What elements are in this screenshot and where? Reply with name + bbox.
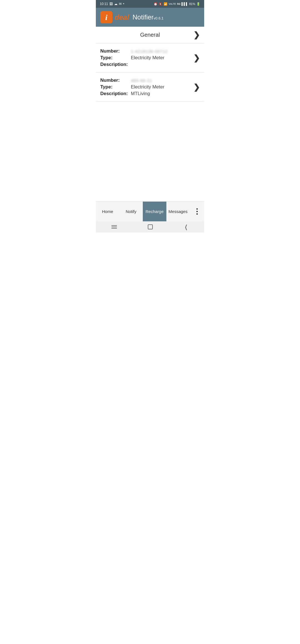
dot-indicator: • — [123, 2, 124, 6]
volte-label: VoLTE — [169, 3, 176, 5]
device-list-item-0[interactable]: Number: 1-4219136-00712 Type: Electricit… — [96, 43, 204, 73]
nav-item-recharge[interactable]: Recharge — [143, 202, 166, 221]
device-1-number-value: 485-66-21 — [131, 78, 152, 83]
dot-3 — [196, 213, 198, 215]
nav-home-label: Home — [102, 209, 113, 214]
device-0-description-row: Description: — [100, 62, 193, 67]
device-1-info: Number: 485-66-21 Type: Electricity Mete… — [100, 78, 193, 96]
logo-container: i deal Notifierv0.6.1 — [100, 11, 163, 23]
gallery-icon: 🖼 — [109, 2, 113, 6]
device-1-description-value: MTLiving — [131, 91, 150, 96]
5g-label: 5G — [177, 3, 181, 5]
nav-item-home[interactable]: Home — [96, 202, 119, 221]
app-logo-icon: i — [100, 11, 112, 23]
status-bar-left: 10:11 🖼 ☁ ✉ • — [100, 2, 124, 6]
line-3 — [111, 228, 117, 229]
general-label: General — [100, 32, 200, 38]
device-list-item-1[interactable]: Number: 485-66-21 Type: Electricity Mete… — [96, 73, 204, 102]
battery-display: 81% — [189, 2, 195, 6]
device-1-type-row: Type: Electricity Meter — [100, 84, 193, 90]
time-display: 10:11 — [100, 2, 108, 6]
device-1-number-row: Number: 485-66-21 — [100, 78, 193, 83]
device-1-chevron-icon: ❯ — [193, 83, 200, 92]
wifi-icon: 📶 — [164, 2, 168, 6]
device-0-chevron-icon: ❯ — [193, 53, 200, 63]
device-0-type-label: Type: — [100, 55, 131, 61]
home-button[interactable] — [148, 224, 153, 229]
logo-ideal: deal — [115, 13, 129, 21]
device-0-number-label: Number: — [100, 48, 131, 54]
device-0-number-row: Number: 1-4219136-00712 — [100, 48, 193, 54]
dot-2 — [196, 211, 198, 212]
email-icon: ✉ — [119, 2, 122, 6]
system-nav-bar: ❮ — [96, 221, 204, 232]
home-icon — [148, 224, 153, 229]
more-dots-icon — [196, 208, 198, 215]
device-0-info: Number: 1-4219136-00712 Type: Electricit… — [100, 48, 193, 67]
dot-1 — [196, 208, 198, 210]
nav-item-messages[interactable]: Messages — [166, 202, 190, 221]
device-0-description-label: Description: — [100, 62, 131, 67]
back-button[interactable]: ❮ — [184, 224, 189, 230]
nav-item-notify[interactable]: Notify — [119, 202, 143, 221]
nav-item-more[interactable] — [190, 202, 204, 221]
app-header: i deal Notifierv0.6.1 — [96, 8, 204, 27]
status-bar: 10:11 🖼 ☁ ✉ • ⏰ 🔇 📶 VoLTE 5G ▌▌▌ 81% 🔋 — [96, 0, 204, 8]
back-icon: ❮ — [185, 224, 188, 230]
app-title: Notifierv0.6.1 — [132, 13, 163, 21]
battery-icon: 🔋 — [196, 2, 200, 6]
signal-icon: ▌▌▌ — [182, 2, 188, 6]
device-1-description-label: Description: — [100, 91, 131, 96]
line-1 — [111, 225, 117, 226]
device-0-type-row: Type: Electricity Meter — [100, 55, 193, 61]
line-2 — [111, 227, 117, 227]
svg-text:i: i — [105, 13, 108, 22]
device-1-description-row: Description: MTLiving — [100, 91, 193, 96]
main-content: General ❯ Number: 1-4219136-00712 Type: … — [96, 27, 204, 201]
device-0-number-value: 1-4219136-00712 — [131, 49, 168, 54]
general-chevron-icon: ❯ — [193, 30, 200, 39]
app-logo-text: deal — [115, 13, 129, 22]
device-1-type-label: Type: — [100, 84, 131, 90]
nav-messages-label: Messages — [169, 209, 188, 214]
mute-icon: 🔇 — [159, 2, 162, 6]
device-1-number-label: Number: — [100, 78, 131, 83]
recents-button[interactable] — [111, 225, 117, 229]
nav-recharge-label: Recharge — [146, 209, 164, 214]
bottom-nav: Home Notify Recharge Messages — [96, 201, 204, 221]
device-1-type-value: Electricity Meter — [131, 84, 164, 90]
cloud-icon: ☁ — [114, 2, 118, 6]
alarm-icon: ⏰ — [154, 2, 158, 6]
nav-notify-label: Notify — [126, 209, 136, 214]
general-list-item[interactable]: General ❯ — [96, 27, 204, 43]
device-0-type-value: Electricity Meter — [131, 55, 164, 61]
status-bar-right: ⏰ 🔇 📶 VoLTE 5G ▌▌▌ 81% 🔋 — [154, 2, 200, 6]
recents-icon — [111, 225, 117, 229]
